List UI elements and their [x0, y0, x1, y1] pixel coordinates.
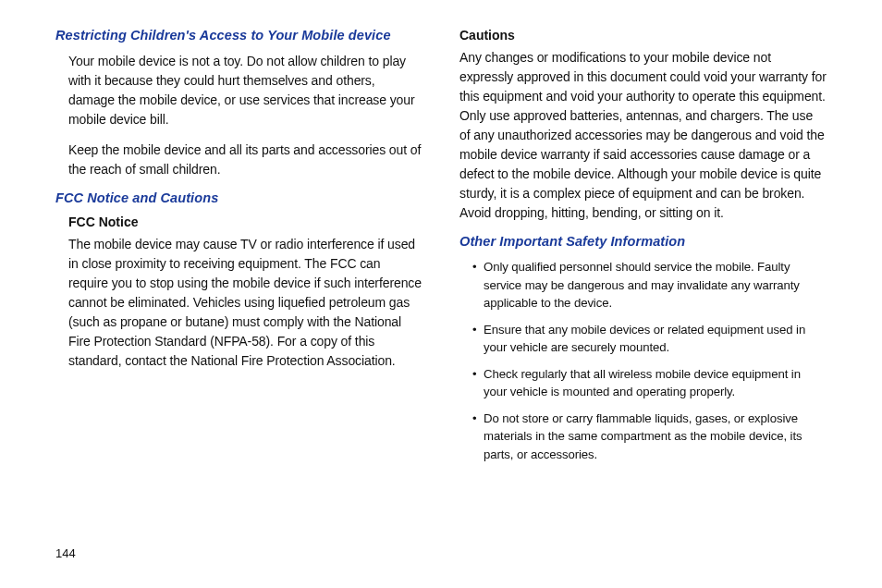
- subheading-fcc-notice: FCC Notice: [68, 214, 423, 229]
- section-restricting-body: Your mobile device is not a toy. Do not …: [55, 52, 423, 179]
- heading-restricting-access: Restricting Children's Access to Your Mo…: [55, 28, 423, 43]
- document-columns: Restricting Children's Access to Your Mo…: [55, 28, 827, 472]
- list-item: Check regularly that all wireless mobile…: [472, 365, 827, 401]
- paragraph: Your mobile device is not a toy. Do not …: [68, 52, 423, 129]
- paragraph: Keep the mobile device and all its parts…: [68, 141, 423, 179]
- list-item: Do not store or carry flammable liquids,…: [472, 410, 827, 464]
- subheading-cautions: Cautions: [459, 28, 827, 43]
- page-number: 144: [55, 546, 76, 560]
- bullet-list-safety: Only qualified personnel should service …: [459, 258, 827, 463]
- section-fcc-body: FCC Notice The mobile device may cause T…: [55, 214, 423, 371]
- list-item: Ensure that any mobile devices or relate…: [472, 321, 827, 357]
- paragraph: The mobile device may cause TV or radio …: [68, 235, 423, 371]
- right-column: Cautions Any changes or modifications to…: [459, 28, 827, 472]
- heading-other-safety: Other Important Safety Information: [459, 234, 827, 249]
- left-column: Restricting Children's Access to Your Mo…: [55, 28, 423, 472]
- list-item: Only qualified personnel should service …: [472, 258, 827, 312]
- paragraph: Any changes or modifications to your mob…: [459, 48, 827, 223]
- heading-fcc-notice: FCC Notice and Cautions: [55, 190, 423, 205]
